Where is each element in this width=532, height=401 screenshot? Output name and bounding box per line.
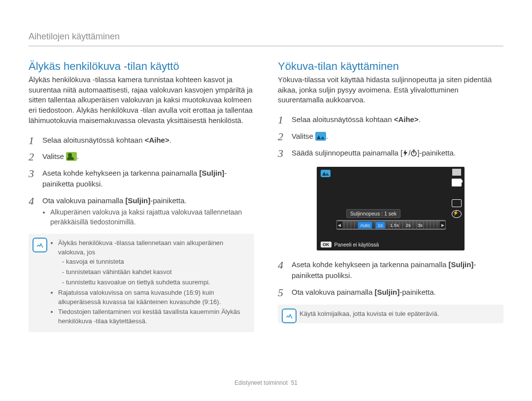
right-steps: 1 Selaa aloitusnäytössä kohtaan <Aihe>. …: [278, 114, 503, 159]
right-step-5: 5 Ota valokuva painamalla [Suljin]-paini…: [278, 287, 503, 298]
timer-icon: [410, 149, 417, 159]
right-intro: Yökuva-tilassa voit käyttää hidasta sulj…: [278, 75, 503, 105]
right-step-1: 1 Selaa aloitusnäytössä kohtaan <Aihe>.: [278, 114, 503, 125]
shutter-speed-slider: ◄ Auto 1s 1.5s 2s 3s ►: [336, 220, 446, 230]
slider-opt-auto: Auto: [358, 221, 372, 229]
left-heading: Älykäs henkilökuva -tilan käyttö: [29, 60, 254, 73]
right-heading: Yökuva-tilan käyttäminen: [278, 60, 503, 73]
portrait-mode-icon: [66, 152, 77, 161]
flash-icon: [402, 149, 408, 159]
slider-opt-1s: 1s: [375, 221, 385, 229]
right-step-2: 2 Valitse .: [278, 131, 503, 142]
left-step-4: 4 Ota valokuva painamalla [Suljin]-paini…: [29, 195, 254, 227]
left-step-4-notes: Alkuperäinen valokuva ja kaksi rajattua …: [42, 208, 254, 227]
shutter-speed-label: Suljinnopeus : 1 sek: [346, 209, 400, 218]
lcd-bottom-hint: OK Paneeli ei käytössä: [321, 242, 379, 247]
right-step-3: 3 Säädä suljinnopeutta painamalla [/]-pa…: [278, 148, 503, 159]
right-column: Yökuva-tilan käyttäminen Yökuva-tilassa …: [278, 60, 503, 371]
lcd-night-mode-icon: [321, 170, 331, 177]
lcd-flash-icon: [452, 210, 462, 218]
slider-opt-2s: 2s: [404, 222, 413, 228]
camera-lcd-illustration: Suljinnopeus : 1 sek ◄ Auto 1s 1.5s 2s 3…: [317, 167, 465, 250]
left-step-2: 2 Valitse .: [29, 151, 254, 162]
ok-button-indicator: OK: [321, 242, 332, 247]
page-header: Aihetilojen käyttäminen: [29, 31, 503, 46]
slider-right-arrow-icon: ►: [440, 221, 446, 228]
lcd-status-icons: [452, 169, 462, 218]
note-bullet-2: Rajatuissa valokuvissa on sama kuvasuhde…: [58, 288, 248, 307]
left-intro: Älykäs henkilökuva -tilassa kamera tunni…: [29, 75, 254, 126]
note-bullet-1: Älykäs henkilökuva -tilassa tallennetaan…: [58, 239, 248, 287]
lcd-timer-icon: [452, 199, 462, 207]
lcd-divider-icon: [452, 169, 461, 176]
right-note-box: Käytä kolmijalkaa, jotta kuvista ei tule…: [278, 305, 503, 324]
note-icon: [33, 238, 47, 252]
left-step-1: 1 Selaa aloitusnäytössä kohtaan <Aihe>.: [29, 135, 254, 146]
night-mode-icon: [315, 132, 326, 141]
note-bullet-3: Tiedostojen tallentaminen voi kestää tav…: [58, 308, 248, 326]
left-steps: 1 Selaa aloitusnäytössä kohtaan <Aihe>. …: [29, 135, 254, 227]
slider-opt-1-5s: 1.5s: [388, 222, 401, 228]
left-step-3: 3 Aseta kohde kehykseen ja tarkenna pain…: [29, 168, 254, 189]
left-column: Älykäs henkilökuva -tilan käyttö Älykäs …: [29, 60, 254, 371]
note-icon: [282, 308, 297, 323]
right-step-4: 4 Aseta kohde kehykseen ja tarkenna pain…: [278, 259, 503, 281]
right-steps-cont: 4 Aseta kohde kehykseen ja tarkenna pain…: [278, 259, 503, 297]
battery-full-icon: [452, 179, 462, 186]
header-title: Aihetilojen käyttäminen: [29, 31, 120, 41]
left-note-box: Älykäs henkilökuva -tilassa tallennetaan…: [29, 234, 254, 332]
slider-options: Auto 1s 1.5s 2s 3s: [337, 220, 445, 229]
page-footer: Edistyneet toiminnot 51: [29, 371, 503, 386]
slider-opt-3s: 3s: [416, 222, 425, 228]
lcd-spacer: [452, 189, 461, 196]
content-columns: Älykäs henkilökuva -tilan käyttö Älykäs …: [29, 60, 503, 371]
